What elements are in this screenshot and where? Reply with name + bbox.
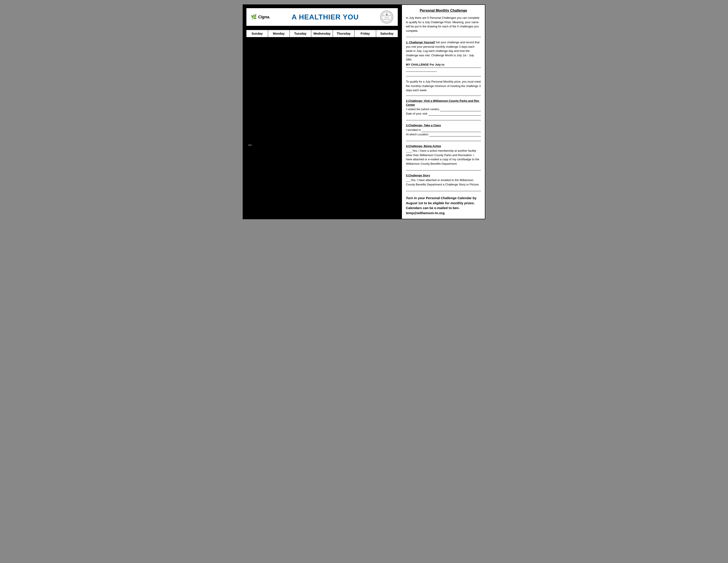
calendar-cell-r5c3[interactable] xyxy=(290,127,311,149)
calendar-cell-r2c3[interactable] xyxy=(290,60,311,82)
challenge-4-body: ____Yes, I have a active membership at a… xyxy=(406,148,481,166)
svg-text:COUNTY: COUNTY xyxy=(384,17,389,18)
calendar-cell-r2c2[interactable] xyxy=(268,60,289,82)
calendar-header-row: Sunday Monday Tuesday Wednesday Thursday… xyxy=(246,30,398,37)
calendar-cell-r3c5[interactable] xyxy=(333,82,355,104)
day-sunday: Sunday xyxy=(246,30,268,37)
panel-intro: In July there are 5 Personal Challenges … xyxy=(406,16,481,33)
svg-point-5 xyxy=(386,13,388,15)
header-box: 🌿 Cigna. A HEALTHIER YOU WILLIAMSON COUN… xyxy=(246,8,398,26)
right-panel: Personal Monthly Challenge In July there… xyxy=(402,4,485,219)
calendar-cell-r5c4[interactable] xyxy=(311,127,333,149)
day-saturday: Saturday xyxy=(376,30,398,37)
calendar-cell-r4c3[interactable] xyxy=(290,104,311,126)
calendar-cell-r1c5[interactable] xyxy=(333,38,355,60)
challenge-2-date-field[interactable] xyxy=(428,113,481,116)
calendar-cell-r3c3[interactable] xyxy=(290,82,311,104)
challenge-1-field[interactable] xyxy=(406,69,437,72)
calendar-cell-r5c1[interactable]: — xyxy=(246,127,268,149)
day-wednesday: Wednesday xyxy=(311,30,333,37)
calendar-cell-r4c4[interactable] xyxy=(311,104,333,126)
day-thursday: Thursday xyxy=(333,30,355,37)
calendar-cell-r2c7[interactable] xyxy=(376,60,398,82)
calendar-cell-r3c6[interactable] xyxy=(355,82,376,104)
challenge-3-block: 3.Challenge- Take a Class I enrolled in … xyxy=(406,123,481,136)
calendar-cell-r5c7[interactable] xyxy=(376,127,398,149)
challenge-3-title: 3.Challenge- Take a Class xyxy=(406,123,481,127)
challenge-5-block: 5.Challenge Story ___Yes, I have attache… xyxy=(406,173,481,186)
calendar-cell-r5c2[interactable] xyxy=(268,127,289,149)
calendar-cell-r5c5[interactable] xyxy=(333,127,355,149)
calendar-cell-r4c6[interactable] xyxy=(355,104,376,126)
calendar-cell-r1c2[interactable] xyxy=(268,38,289,60)
challenge-5-body: ___Yes, I have attached or emailed to th… xyxy=(406,178,481,186)
challenge-3-enrolled-field[interactable] xyxy=(422,129,481,132)
calendar-cell-r2c1[interactable] xyxy=(246,60,268,82)
day-monday: Monday xyxy=(268,30,290,37)
challenge-2-visited-field[interactable] xyxy=(440,108,481,111)
cigna-tree-icon: 🌿 xyxy=(251,14,257,20)
dash-mark: — xyxy=(248,143,252,147)
calendar-cell-r1c6[interactable] xyxy=(355,38,376,60)
challenge-1-title: 1. Challenge Yourself xyxy=(406,41,435,44)
challenge-3-location-label: At which Location xyxy=(406,132,428,136)
challenge-2-date-line: Date of your visit xyxy=(406,112,481,116)
calendar-cell-r1c3[interactable] xyxy=(290,38,311,60)
challenge-3-location-field[interactable] xyxy=(429,133,481,136)
calendar-cell-r3c4[interactable] xyxy=(311,82,333,104)
day-friday: Friday xyxy=(355,30,376,37)
challenge-2-title: 2.Challenge- Visit a Williamson County P… xyxy=(406,99,481,107)
divider-2 xyxy=(406,76,481,76)
calendar-cell-r4c5[interactable] xyxy=(333,104,355,126)
calendar-cell-r3c7[interactable] xyxy=(376,82,398,104)
challenge-4-block: 4.Challenge- Being Active ____Yes, I hav… xyxy=(406,144,481,166)
challenge-2-date-label: Date of your visit xyxy=(406,112,427,116)
challenge-3-enrolled-label: I enrolled in xyxy=(406,128,421,132)
calendar-cell-r1c4[interactable] xyxy=(311,38,333,60)
calendar-cell-r4c1[interactable] xyxy=(246,104,268,126)
day-tuesday: Tuesday xyxy=(290,30,311,37)
page-container: 🌿 Cigna. A HEALTHIER YOU WILLIAMSON COUN… xyxy=(243,4,485,219)
calendar-cell-r1c7[interactable] xyxy=(376,38,398,60)
challenge-5-title: 5.Challenge Story xyxy=(406,173,481,177)
cigna-logo: 🌿 Cigna. xyxy=(251,14,270,20)
cigna-label: Cigna. xyxy=(258,15,270,19)
challenge-3-location-line: At which Location xyxy=(406,132,481,136)
challenge-2-visited-label: I visited the (which center) xyxy=(406,107,439,111)
svg-text:TENNESSEE: TENNESSEE xyxy=(383,19,390,20)
divider-5 xyxy=(406,141,481,141)
calendar-cell-r2c5[interactable] xyxy=(333,60,355,82)
challenge-3-enrolled-line: I enrolled in xyxy=(406,128,481,132)
calendar-cell-r2c4[interactable] xyxy=(311,60,333,82)
page-title: A HEALTHIER YOU xyxy=(270,13,380,21)
calendar-cell-r2c6[interactable] xyxy=(355,60,376,82)
county-seal-icon: WILLIAMSON COUNTY TENNESSEE xyxy=(380,10,393,24)
challenge-1-block: 1. Challenge Yourself Set your challenge… xyxy=(406,40,481,72)
challenge-1-qualify: To qualify for a July Personal Monthly p… xyxy=(406,79,481,92)
calendar-body: — xyxy=(246,37,398,149)
calendar-cell-r1c1[interactable] xyxy=(246,38,268,60)
footer-text: Turn in your Personal Challenge Calendar… xyxy=(406,195,481,215)
divider-6 xyxy=(406,170,481,170)
panel-title: Personal Monthly Challenge xyxy=(406,8,481,13)
challenge-2-block: 2.Challenge- Visit a Williamson County P… xyxy=(406,99,481,116)
my-challenge-label: MY CHALLENGE For July is: xyxy=(406,63,445,66)
left-panel: 🌿 Cigna. A HEALTHIER YOU WILLIAMSON COUN… xyxy=(243,4,402,219)
calendar-cell-r5c6[interactable] xyxy=(355,127,376,149)
calendar-cell-r4c2[interactable] xyxy=(268,104,289,126)
calendar-cell-r4c7[interactable] xyxy=(376,104,398,126)
challenge-4-title: 4.Challenge- Being Active xyxy=(406,144,481,148)
calendar-cell-r3c1[interactable] xyxy=(246,82,268,104)
calendar-section: Sunday Monday Tuesday Wednesday Thursday… xyxy=(246,30,398,149)
calendar-cell-r3c2[interactable] xyxy=(268,82,289,104)
challenge-2-visited-line: I visited the (which center) xyxy=(406,107,481,111)
divider-4 xyxy=(406,120,481,120)
